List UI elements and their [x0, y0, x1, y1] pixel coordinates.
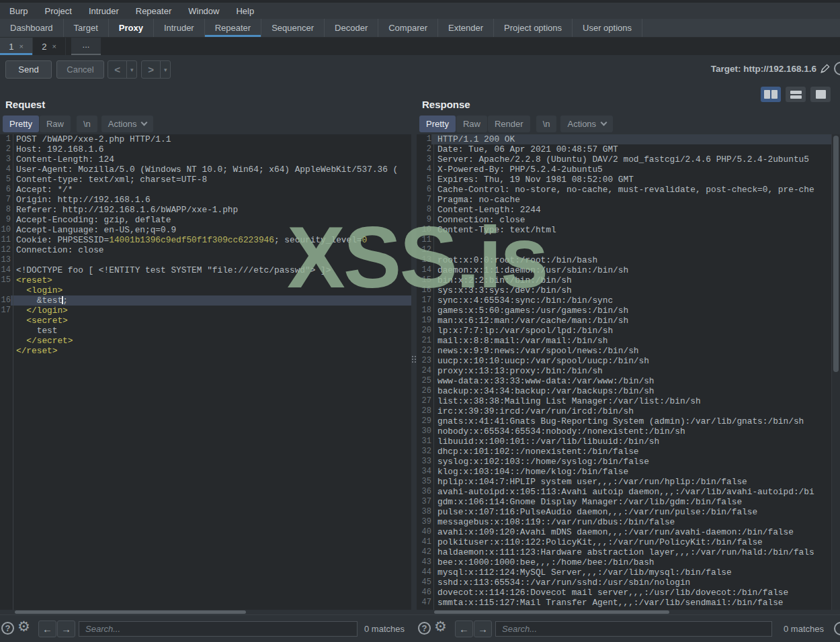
- editor-line[interactable]: 35hplip:x:104:7:HPLIP system user,,,:/va…: [417, 477, 840, 487]
- editor-line[interactable]: 23uucp:x:10:10:uucp:/var/spool/uucp:/bin…: [417, 356, 840, 366]
- editor-line[interactable]: 19man:x:6:12:man:/var/cache/man:/bin/sh: [417, 316, 840, 326]
- editor-line[interactable]: 32dhcp:x:101:102::/nonexistent:/bin/fals…: [417, 447, 840, 457]
- response-viewtab-Pretty[interactable]: Pretty: [419, 116, 456, 132]
- previous-match-button[interactable]: ←: [38, 621, 56, 637]
- editor-line[interactable]: 2Date: Tue, 06 Apr 2021 00:48:57 GMT: [417, 144, 840, 154]
- response-vertical-scrollbar[interactable]: [831, 134, 840, 610]
- editor-line[interactable]: 16sys:x:3:3:sys:/dev:/bin/sh: [417, 285, 840, 295]
- editor-line[interactable]: 5Expires: Thu, 19 Nov 1981 08:52:00 GMT: [417, 175, 840, 185]
- edit-target-icon[interactable]: [819, 62, 831, 75]
- editor-line[interactable]: 15<reset>: [0, 275, 411, 285]
- editor-line[interactable]: 10Accept-Language: en-US,en;q=0.9: [0, 225, 411, 235]
- layout-single-pane-button[interactable]: [810, 87, 831, 102]
- next-match-button[interactable]: →: [474, 621, 492, 637]
- editor-line[interactable]: 9Connection: close: [417, 215, 840, 225]
- editor-line[interactable]: 1HTTP/1.1 200 OK: [417, 134, 840, 144]
- editor-line[interactable]: 42haldaemon:x:111:123:Hardware abstracti…: [417, 547, 840, 557]
- editor-line[interactable]: 5Content-type: text/xml; charset=UTF-8: [0, 175, 411, 185]
- tab-dashboard[interactable]: Dashboard: [0, 19, 64, 37]
- help-icon[interactable]: ?: [1, 622, 14, 635]
- request-hscroll-thumb[interactable]: [15, 610, 246, 614]
- close-tab-icon[interactable]: ×: [52, 42, 56, 50]
- editor-line[interactable]: 11: [417, 235, 840, 245]
- menu-item-window[interactable]: Window: [185, 5, 222, 17]
- request-viewtab-n[interactable]: \n: [77, 116, 97, 132]
- editor-line[interactable]: 17 </login>: [0, 306, 411, 316]
- tab-target[interactable]: Target: [64, 19, 109, 37]
- tab-intruder[interactable]: Intruder: [154, 19, 205, 37]
- repeater-more-tab[interactable]: ...: [71, 38, 101, 55]
- editor-line[interactable]: 25www-data:x:33:33:www-data:/var/www:/bi…: [417, 376, 840, 386]
- help-icon[interactable]: ?: [418, 622, 431, 635]
- editor-line[interactable]: 4User-Agent: Mozilla/5.0 (Windows NT 10.…: [0, 165, 411, 175]
- editor-line[interactable]: 8Referer: http://192.168.1.6/bWAPP/xxe-1…: [0, 205, 411, 215]
- response-viewtab-n[interactable]: \n: [536, 116, 557, 132]
- editor-line[interactable]: <secret>: [0, 316, 411, 326]
- tab-comparer[interactable]: Comparer: [378, 19, 438, 37]
- editor-line[interactable]: 24proxy:x:13:13:proxy:/bin:/bin/sh: [417, 366, 840, 376]
- repeater-tab-2[interactable]: 2×: [33, 38, 66, 55]
- editor-line[interactable]: 2Host: 192.168.1.6: [0, 144, 411, 154]
- editor-line[interactable]: 7Pragma: no-cache: [417, 195, 840, 205]
- editor-line[interactable]: 37gdm:x:106:114:Gnome Display Manager:/v…: [417, 497, 840, 507]
- response-hscroll-thumb[interactable]: [434, 610, 669, 614]
- history-forward-button[interactable]: >: [142, 61, 160, 78]
- editor-line[interactable]: 41polkituser:x:110:122:PolicyKit,,,:/var…: [417, 537, 840, 547]
- editor-line[interactable]: 11Cookie: PHPSESSID=14001b1396c9edf50f1f…: [0, 235, 411, 245]
- tab-user-options[interactable]: User options: [573, 19, 642, 37]
- response-horizontal-scrollbar[interactable]: [417, 610, 840, 614]
- editor-line[interactable]: </reset>: [0, 346, 411, 356]
- editor-line[interactable]: test: [0, 326, 411, 336]
- editor-line[interactable]: 12: [417, 245, 840, 255]
- editor-line[interactable]: 31libuuid:x:100:101::/var/lib/libuuid:/b…: [417, 437, 840, 447]
- menu-item-burp[interactable]: Burp: [7, 5, 30, 17]
- repeater-tab-1[interactable]: 1×: [0, 38, 33, 55]
- editor-line[interactable]: 30nobody:x:65534:65534:nobody:/nonexiste…: [417, 426, 840, 437]
- request-horizontal-scrollbar[interactable]: [0, 610, 411, 614]
- editor-line[interactable]: 40avahi:x:109:120:Avahi mDNS daemon,,,:/…: [417, 527, 840, 537]
- send-button[interactable]: Send: [5, 60, 52, 79]
- editor-line[interactable]: 21mail:x:8:8:mail:/var/mail:/bin/sh: [417, 336, 840, 346]
- editor-line[interactable]: 20lp:x:7:7:lp:/var/spool/lpd:/bin/sh: [417, 326, 840, 336]
- editor-line[interactable]: 12Connection: close: [0, 245, 411, 255]
- layout-split-rows-button[interactable]: [786, 87, 806, 102]
- editor-line[interactable]: 26backup:x:34:34:backup:/var/backups:/bi…: [417, 386, 840, 396]
- history-forward-dropdown-icon[interactable]: ▾: [160, 61, 170, 78]
- request-viewtab-Raw[interactable]: Raw: [40, 116, 71, 132]
- editor-line[interactable]: 10Content-Type: text/html: [417, 225, 840, 235]
- editor-line[interactable]: 8Content-Length: 2244: [417, 205, 840, 215]
- editor-line[interactable]: </secret>: [0, 336, 411, 346]
- editor-line[interactable]: 13: [0, 255, 411, 265]
- menu-item-help[interactable]: Help: [233, 5, 257, 17]
- editor-line[interactable]: 4X-Powered-By: PHP/5.2.4-2ubuntu5: [417, 165, 840, 175]
- next-match-button[interactable]: →: [57, 621, 75, 637]
- panel-divider[interactable]: [411, 84, 417, 614]
- editor-line[interactable]: 45sshd:x:113:65534::/var/run/sshd:/usr/s…: [417, 578, 840, 588]
- editor-line[interactable]: 29gnats:x:41:41:Gnats Bug-Reporting Syst…: [417, 416, 840, 426]
- search-settings-gear-icon[interactable]: ⚙: [17, 618, 30, 635]
- editor-line[interactable]: 7Origin: http://192.168.1.6: [0, 195, 411, 205]
- response-viewtab-Actions[interactable]: Actions: [560, 116, 613, 132]
- tab-decoder[interactable]: Decoder: [325, 19, 378, 37]
- editor-line[interactable]: 6Cache-Control: no-store, no-cache, must…: [417, 185, 840, 195]
- editor-line[interactable]: 46dovecot:x:114:126:Dovecot mail server,…: [417, 588, 840, 598]
- tab-proxy[interactable]: Proxy: [109, 19, 154, 37]
- editor-line[interactable]: 3Content-Length: 124: [0, 154, 411, 165]
- editor-line[interactable]: 15bin:x:2:2:bin:/bin:/bin/sh: [417, 275, 840, 285]
- menu-item-project[interactable]: Project: [42, 5, 74, 17]
- response-viewtab-Raw[interactable]: Raw: [456, 116, 487, 132]
- editor-line[interactable]: 18games:x:5:60:games:/usr/games:/bin/sh: [417, 306, 840, 316]
- menu-item-repeater[interactable]: Repeater: [133, 5, 174, 17]
- history-back-button[interactable]: <: [108, 61, 126, 78]
- editor-line[interactable]: 6Accept: */*: [0, 185, 411, 195]
- previous-match-button[interactable]: ←: [455, 621, 473, 637]
- editor-line[interactable]: 39messagebus:x:108:119::/var/run/dbus:/b…: [417, 517, 840, 527]
- editor-line[interactable]: 36avahi-autoipd:x:105:113:Avahi autoip d…: [417, 487, 840, 497]
- editor-line[interactable]: 3Server: Apache/2.2.8 (Ubuntu) DAV/2 mod…: [417, 154, 840, 165]
- editor-line[interactable]: 43bee:x:1000:1000:bee,,,:/home/bee:/bin/…: [417, 557, 840, 567]
- editor-line[interactable]: 47smmta:x:115:127:Mail Transfer Agent,,,…: [417, 598, 840, 608]
- menu-item-intruder[interactable]: Intruder: [86, 5, 122, 17]
- tab-sequencer[interactable]: Sequencer: [261, 19, 325, 37]
- tab-project-options[interactable]: Project options: [494, 19, 573, 37]
- response-editor[interactable]: 1HTTP/1.1 200 OK2Date: Tue, 06 Apr 2021 …: [417, 134, 840, 610]
